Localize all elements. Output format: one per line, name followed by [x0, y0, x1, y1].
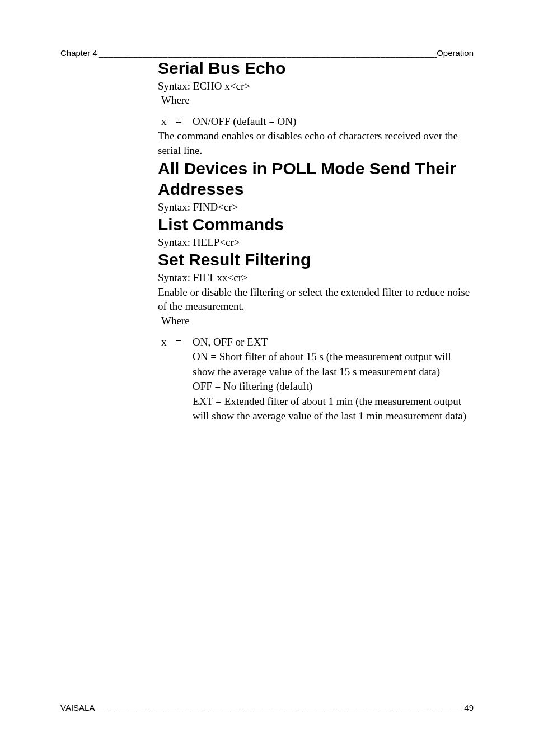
filt-description: Enable or disable the filtering or selec…	[158, 285, 474, 314]
footer-page-number: 49	[464, 703, 474, 712]
header-rule: ________________________________________…	[97, 48, 437, 58]
filt-desc-line3: OFF = No filtering (default)	[193, 379, 474, 394]
find-syntax: Syntax: FIND<cr>	[158, 200, 474, 214]
filt-where-desc: ON, OFF or EXT ON = Short filter of abou…	[193, 335, 474, 424]
echo-syntax: Syntax: ECHO x<cr>	[158, 79, 474, 94]
echo-where-eq: =	[176, 114, 193, 129]
echo-where-label: Where	[158, 93, 474, 108]
echo-description: The command enables or disables echo of …	[158, 129, 474, 157]
content-area: Serial Bus Echo Syntax: ECHO x<cr> Where…	[158, 58, 474, 424]
echo-where-table: x = ON/OFF (default = ON)	[158, 114, 474, 129]
filt-syntax: Syntax: FILT xx<cr>	[158, 270, 474, 285]
filt-desc-line2: ON = Short filter of about 15 s (the mea…	[193, 349, 474, 379]
filt-desc-line4: EXT = Extended filter of about 1 min (th…	[193, 394, 474, 424]
running-head: Chapter 4 ______________________________…	[60, 48, 474, 58]
echo-where-var: x	[161, 114, 176, 129]
filt-where-table: x = ON, OFF or EXT ON = Short filter of …	[158, 335, 474, 424]
footer-rule: ________________________________________…	[95, 703, 464, 712]
help-syntax: Syntax: HELP<cr>	[158, 235, 474, 250]
header-section: Operation	[437, 48, 474, 58]
footer-brand: VAISALA	[60, 703, 95, 712]
heading-help: List Commands	[158, 214, 474, 235]
echo-where-desc: ON/OFF (default = ON)	[193, 114, 474, 129]
filt-where-var: x	[161, 335, 176, 424]
heading-serial-bus-echo: Serial Bus Echo	[158, 58, 474, 79]
heading-find: All Devices in POLL Mode Send Their Addr…	[158, 158, 474, 200]
filt-where-label: Where	[158, 314, 474, 328]
heading-filt: Set Result Filtering	[158, 249, 474, 270]
running-foot: VAISALA ________________________________…	[60, 703, 474, 712]
header-chapter: Chapter 4	[60, 48, 97, 58]
filt-desc-line1: ON, OFF or EXT	[193, 335, 474, 350]
filt-where-eq: =	[176, 335, 193, 424]
